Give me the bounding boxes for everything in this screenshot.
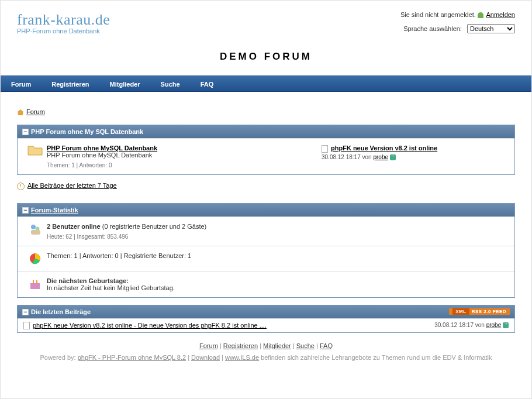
header: Sie sind nicht angemeldet. Anmelden Spra… (1, 1, 531, 75)
nav-search[interactable]: Suche (161, 81, 180, 88)
recent-posts-row: Alle Beiträge der letzten 7 Tage (17, 182, 515, 190)
powered-by: Powered by: phpFK - PHP-Forum ohne MySQL… (17, 354, 515, 361)
svg-rect-5 (33, 280, 34, 283)
home-icon (17, 109, 24, 115)
nav-faq[interactable]: FAQ (201, 81, 214, 88)
recent-posts-link[interactable]: Alle Beiträge der letzten 7 Tage (27, 182, 117, 189)
clock-icon (17, 183, 25, 190)
svg-rect-2 (31, 230, 40, 235)
breadcrumb-link[interactable]: Forum (26, 108, 45, 115)
forum-link[interactable]: PHP Forum ohne MySQL Datenbank (47, 145, 157, 152)
goto-icon[interactable] (503, 322, 509, 328)
footer-forum[interactable]: Forum (199, 342, 218, 349)
birthday-icon (23, 277, 47, 290)
birthday-text: In nächster Zeit hat kein Mitglied Gebur… (47, 284, 175, 291)
latest-date: 30.08.12 18:17 (434, 322, 474, 328)
online-count: 2 Benutzer online (47, 223, 101, 230)
footer-nav: Forum | Registrieren | Mitglieder | Such… (17, 342, 515, 349)
rss-badge[interactable]: XMLRSS 2.0 FEED (449, 308, 510, 315)
page-title: DEMO FORUM (17, 51, 515, 63)
forum-stats: Themen: 1 | Antworten: 0 (47, 162, 322, 168)
stats-title[interactable]: Forum-Statistik (31, 207, 78, 214)
svg-rect-4 (30, 283, 40, 289)
nav-forum[interactable]: Forum (11, 81, 31, 88)
login-status: Sie sind nicht angemeldet. (400, 11, 476, 18)
page-icon (23, 322, 30, 329)
chart-icon (23, 252, 47, 265)
nav-members[interactable]: Mitglieder (110, 81, 140, 88)
visit-stats: Heute: 62 | Insgesamt: 853.496 (47, 233, 509, 240)
latest-title: Die letzten Beiträge (31, 308, 91, 315)
last-date: 30.08.12 18:17 (322, 154, 361, 160)
powered-link[interactable]: phpFK - PHP-Forum ohne MySQL 8.2 (78, 354, 186, 361)
lang-select[interactable]: Deutsch (467, 24, 515, 33)
last-topic-link[interactable]: phpFK neue Version v8.2 ist online (331, 145, 437, 152)
forum-counts: Themen: 1 | Antworten: 0 | Registrierte … (47, 252, 191, 259)
lang-label: Sprache auswählen: (403, 25, 462, 32)
collapse-icon[interactable]: − (22, 309, 29, 315)
online-detail: (0 registrierte Benutzer und 2 Gäste) (101, 223, 207, 230)
user-icon (478, 12, 483, 18)
ils-link[interactable]: www.ILS.de (225, 354, 259, 361)
footer-members[interactable]: Mitglieder (263, 342, 291, 349)
collapse-icon[interactable]: − (22, 207, 29, 214)
nav-register[interactable]: Registrieren (51, 81, 89, 88)
users-icon (23, 223, 47, 236)
category-title: PHP Forum ohne My SQL Datenbank (31, 128, 143, 135)
download-link[interactable]: Download (191, 354, 220, 361)
latest-panel: XMLRSS 2.0 FEED −Die letzten Beiträge ph… (17, 305, 515, 333)
stats-panel: −Forum-Statistik 2 Benutzer online (0 re… (17, 203, 515, 298)
login-link[interactable]: Anmelden (486, 11, 515, 18)
footer-faq[interactable]: FAQ (320, 342, 333, 349)
svg-rect-6 (36, 280, 37, 283)
footer-search[interactable]: Suche (296, 342, 315, 349)
goto-icon[interactable] (390, 154, 396, 160)
folder-icon (23, 145, 47, 156)
breadcrumb: Forum (17, 108, 515, 115)
svg-point-0 (31, 225, 36, 229)
navbar: Forum Registrieren Mitglieder Suche FAQ (1, 75, 531, 92)
collapse-icon[interactable]: − (22, 129, 29, 135)
footer-register[interactable]: Registrieren (223, 342, 258, 349)
forum-desc: PHP Forum ohne MySQL Datenbank (47, 152, 152, 159)
latest-user-link[interactable]: probe (486, 322, 502, 328)
latest-post-link[interactable]: phpFK neue Version v8.2 ist online - Die… (33, 322, 267, 329)
birthday-heading: Die nächsten Geburtstage: (47, 277, 129, 284)
category-panel: −PHP Forum ohne My SQL Datenbank PHP For… (17, 125, 515, 175)
page-icon (322, 145, 328, 153)
last-user-link[interactable]: probe (373, 154, 388, 160)
